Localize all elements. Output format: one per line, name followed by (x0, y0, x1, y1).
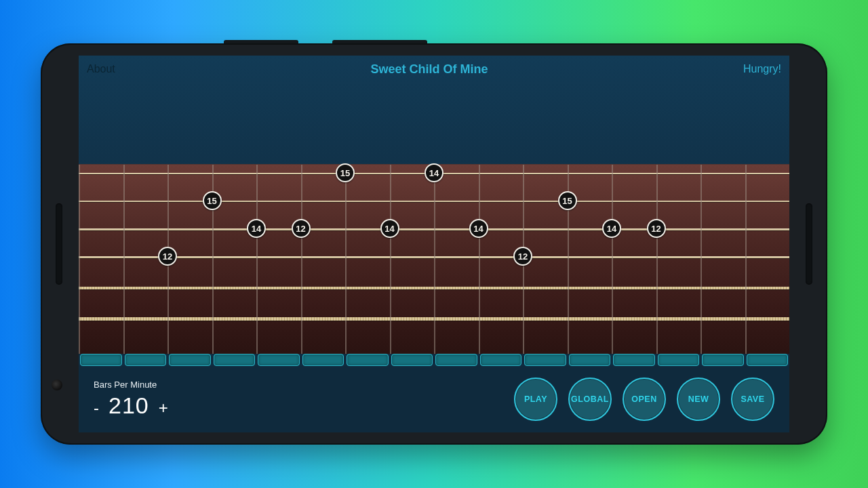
phone-frame: About Sweet Child Of Mine Hungry! 121514… (41, 43, 827, 445)
top-bar: About Sweet Child Of Mine Hungry! (79, 60, 789, 79)
beat-segment[interactable] (569, 354, 611, 366)
note-marker[interactable]: 14 (247, 219, 266, 238)
beat-segment[interactable] (347, 354, 389, 366)
beat-segment[interactable] (302, 354, 344, 366)
beat-strip[interactable] (79, 354, 789, 366)
about-link[interactable]: About (87, 63, 115, 75)
save-button[interactable]: SAVE (731, 378, 774, 421)
fret-line (301, 165, 302, 354)
note-marker[interactable]: 15 (558, 191, 577, 210)
new-button[interactable]: NEW (677, 378, 720, 421)
note-marker[interactable]: 14 (602, 219, 621, 238)
beat-segment[interactable] (480, 354, 522, 366)
song-title: Sweet Child Of Mine (370, 62, 488, 77)
note-marker[interactable]: 14 (380, 219, 399, 238)
hw-button (332, 40, 427, 43)
note-marker[interactable]: 12 (647, 219, 666, 238)
beat-segment[interactable] (391, 354, 433, 366)
note-marker[interactable]: 12 (513, 247, 532, 266)
bpm-label: Bars Per Minute (94, 380, 168, 390)
play-button[interactable]: PLAY (514, 378, 557, 421)
fret-line (701, 165, 702, 354)
beat-segment[interactable] (747, 354, 789, 366)
beat-segment[interactable] (258, 354, 300, 366)
hw-button (224, 40, 298, 43)
beat-segment[interactable] (702, 354, 744, 366)
fret-line (390, 165, 391, 354)
beat-segment[interactable] (658, 354, 700, 366)
note-marker[interactable]: 14 (469, 219, 488, 238)
note-marker[interactable]: 15 (336, 163, 355, 182)
note-marker[interactable]: 15 (203, 191, 222, 210)
camera-dot (52, 380, 62, 390)
beat-segment[interactable] (524, 354, 566, 366)
beat-segment[interactable] (125, 354, 167, 366)
global-button[interactable]: GLOBAL (568, 378, 612, 421)
app-screen: About Sweet Child Of Mine Hungry! 121514… (79, 56, 789, 432)
beat-segment[interactable] (214, 354, 256, 366)
fret-line (745, 165, 747, 354)
beat-segment[interactable] (80, 354, 122, 366)
note-marker[interactable]: 12 (158, 247, 177, 266)
bpm-plus-button[interactable]: + (159, 399, 168, 418)
bpm-minus-button[interactable]: - (94, 399, 99, 418)
beat-segment[interactable] (613, 354, 655, 366)
bpm-value: 210 (108, 392, 149, 419)
note-marker[interactable]: 14 (425, 163, 443, 182)
fret-line (123, 165, 125, 354)
bottom-bar: Bars Per Minute - 210 + PLAY GLOBAL OPEN… (79, 366, 789, 432)
beat-segment[interactable] (169, 354, 211, 366)
action-buttons: PLAY GLOBAL OPEN NEW SAVE (514, 378, 774, 421)
speaker-slot (56, 203, 62, 285)
fret-line (434, 165, 435, 354)
beat-segment[interactable] (435, 354, 477, 366)
fret-line (256, 165, 258, 354)
fret-line (656, 165, 658, 354)
open-button[interactable]: OPEN (623, 378, 666, 421)
bpm-control: Bars Per Minute - 210 + (94, 380, 168, 419)
hungry-link[interactable]: Hungry! (743, 63, 781, 75)
fretboard[interactable]: 121514121514141412151412 (79, 164, 789, 354)
fret-line (479, 165, 480, 354)
speaker-slot (806, 203, 812, 285)
fret-line (345, 165, 347, 354)
fret-line (612, 165, 613, 354)
note-marker[interactable]: 12 (292, 219, 311, 238)
fret-line (79, 165, 80, 354)
